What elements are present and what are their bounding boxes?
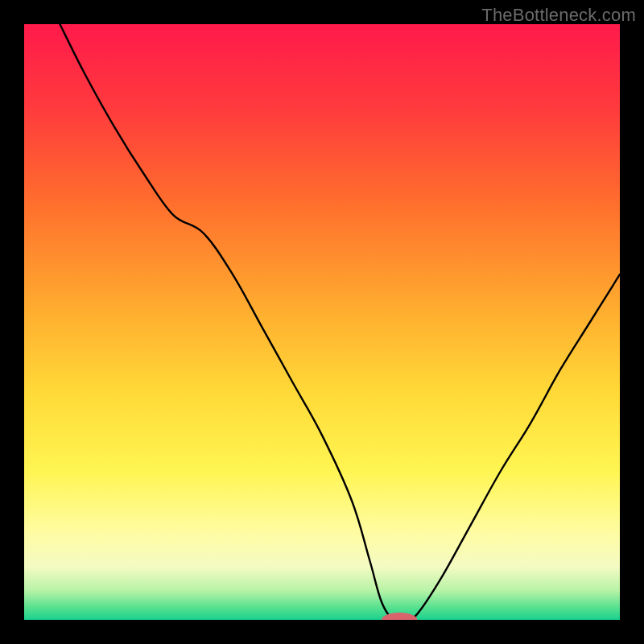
chart-plot-area: [24, 24, 620, 620]
watermark-text: TheBottleneck.com: [481, 5, 636, 26]
chart-svg: [24, 24, 620, 620]
gradient-background: [24, 24, 620, 620]
chart-frame: TheBottleneck.com: [0, 0, 644, 644]
